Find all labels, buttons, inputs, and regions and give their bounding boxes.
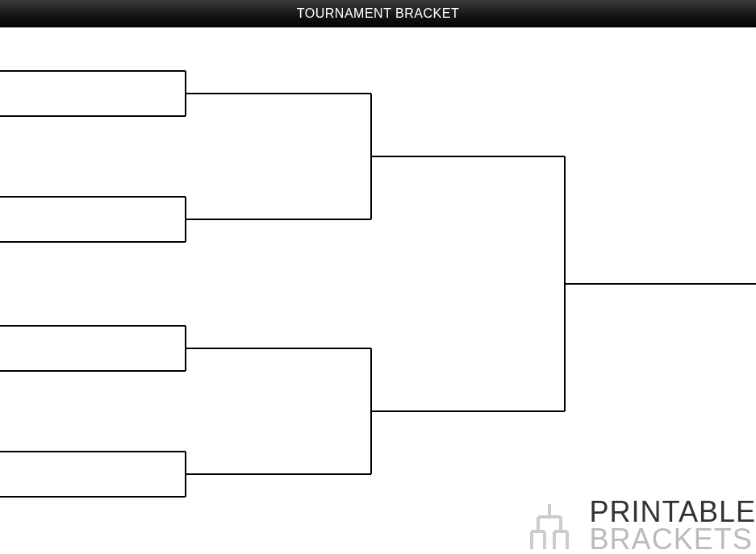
page-header: TOURNAMENT BRACKET: [0, 0, 756, 27]
bracket-diagram: [0, 27, 756, 554]
page-title: TOURNAMENT BRACKET: [297, 6, 459, 20]
